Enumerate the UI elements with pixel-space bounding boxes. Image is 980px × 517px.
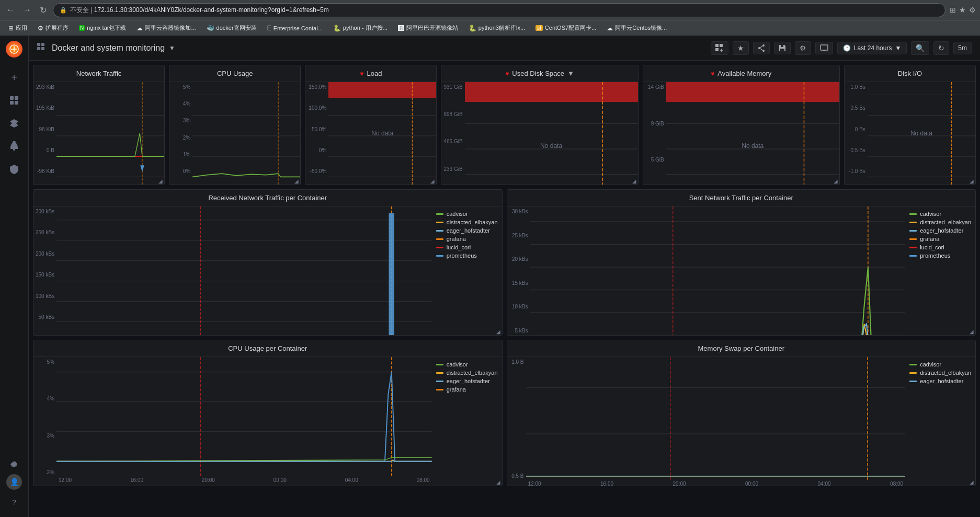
bookmark-python[interactable]: 🐍 python - 用户按... [329,23,392,33]
sent-legend-lucid: lucid_cori [909,244,971,250]
zoom-out-button[interactable]: 🔍 [911,41,929,55]
panel-network-traffic: Network Traffic 293 KiB 195 KiB 98 KiB 0… [33,65,165,185]
network-chart-area [56,82,164,185]
received-title-text: Received Network Traffic per Container [208,194,327,202]
refresh-button[interactable]: ↻ [933,41,949,55]
panel-sent-title: Sent Network Traffic per Container [689,194,793,202]
star-button[interactable]: ★ [733,41,749,55]
svg-rect-10 [37,47,40,50]
cpu-resize[interactable]: ◢ [293,177,300,185]
svg-point-18 [758,47,760,49]
svg-line-20 [760,46,762,48]
bookmark-apps[interactable]: ⊞ 应用 [4,23,31,33]
load-resize[interactable]: ◢ [429,177,436,185]
add-panel-button[interactable] [711,41,728,55]
sidebar-item-alerting[interactable] [4,136,25,157]
lucid-label: lucid_cori [447,244,471,250]
sidebar-item-explore[interactable] [4,113,25,134]
svg-rect-11 [41,47,44,50]
distracted-label: distracted_elbakyan [447,219,498,225]
sidebar: + [0,36,29,517]
svg-rect-8 [37,43,40,46]
diskio-resize[interactable]: ◢ [968,177,975,185]
sent-prometheus-label: prometheus [920,252,950,259]
bookmark-python-label: python - 用户按... [343,24,388,32]
svg-rect-5 [13,149,15,151]
dashboard-title[interactable]: Docker and system monitoring ▼ [52,43,175,53]
sidebar-item-dashboards[interactable] [4,90,25,111]
bookmark-nginx[interactable]: N nginx tar包下载 [75,23,130,33]
refresh-interval[interactable]: 5m [953,42,972,54]
cpu-container-x-axis: 12:00 16:00 20:00 00:00 04:00 08:00 [56,476,432,486]
sidebar-item-help[interactable]: ? [4,492,25,513]
panel-cpu-per-container: CPU Usage per Container 5% 4% 3% 2% [33,340,503,486]
bookmark-docker[interactable]: 🐳 docker官网安装 [202,23,261,33]
cpu-cadvisor-label: cadvisor [447,361,468,367]
translate-icon[interactable]: ⊞ [950,6,956,14]
settings-button[interactable]: ⚙ [795,41,811,55]
memory-resize[interactable]: ◢ [832,177,839,185]
panel-network-title: Network Traffic [76,70,121,77]
sent-eager-color [909,230,917,232]
url-bar[interactable]: 🔒 不安全 | 172.16.1.30:3000/d/4kANiY0Zk/doc… [53,3,945,17]
clock-icon: 🕐 [843,44,851,52]
bookmark-icon[interactable]: ★ [959,6,966,14]
received-resize[interactable]: ◢ [495,328,502,335]
svg-rect-3 [10,101,14,105]
bookmark-extensions[interactable]: ⚙ 扩展程序 [33,23,73,33]
sidebar-items: + [4,67,25,474]
save-button[interactable] [774,42,791,54]
bookmark-enterprise-label: Enterprise Contai... [274,25,323,31]
cpu-cadvisor-color [436,364,443,365]
user-avatar[interactable]: 👤 [6,474,22,490]
tv-mode-button[interactable] [815,42,833,54]
disk-dropdown[interactable]: ▼ [567,70,574,77]
svg-rect-60 [666,82,839,102]
cpu-container-resize[interactable]: ◢ [495,478,502,486]
memory-chart-area: No data [666,82,839,185]
swap-eager-color [909,381,917,382]
load-no-data: No data [371,130,393,137]
memory-swap-title-text: Memory Swap per Container [698,344,784,352]
share-button[interactable] [753,42,770,54]
diskio-chart-area: No data [868,82,975,185]
reload-button[interactable]: ↻ [38,4,49,16]
panel-network-header: Network Traffic [33,65,164,82]
memory-swap-resize[interactable]: ◢ [968,478,975,486]
received-y-axis: 300 kBs 250 kBs 200 kBs 150 kBs 100 kBs … [33,206,56,336]
back-button[interactable]: ← [4,4,17,16]
bookmark-aliyun2[interactable]: ☁ 阿里云Centos镜像... [602,23,671,33]
sidebar-item-add[interactable]: + [4,67,25,88]
python-icon: 🐍 [333,25,341,32]
network-resize[interactable]: ◢ [157,177,164,185]
memory-swap-legend: cadvisor distracted_elbakyan eager_hofst… [905,357,975,486]
time-range-button[interactable]: 🕐 Last 24 hours ▼ [837,42,907,54]
panel-row-2: Received Network Traffic per Container 3… [33,189,976,336]
svg-rect-22 [781,45,783,47]
sidebar-item-config[interactable] [4,453,25,474]
legend-cadvisor: cadvisor [436,211,498,217]
bookmark-centos[interactable]: sf CentOS7配置网卡... [531,23,600,33]
sidebar-bottom: 👤 ? [4,474,25,513]
panel-cpu-container-title: CPU Usage per Container [228,344,307,352]
sidebar-item-shield[interactable] [4,159,25,180]
bookmark-aliyun[interactable]: ☁ 阿里云容器镜像加... [132,23,200,33]
main-content: Docker and system monitoring ▼ ★ [29,36,980,517]
sent-distracted-color [909,222,917,223]
sent-chart-container: 12:00 16:00 20:00 00:00 04:00 08:00 [530,206,906,336]
sent-prometheus-color [909,255,917,257]
centos-icon: sf [535,25,543,31]
cpu-eager-color [436,381,443,382]
bookmark-alibaba[interactable]: 🅰 阿里巴巴开源镜像站 [394,23,462,33]
sent-legend-prometheus: prometheus [909,252,971,259]
disk-resize[interactable]: ◢ [631,177,638,185]
cpu-container-title-text: CPU Usage per Container [228,344,307,352]
extensions-icon[interactable]: ⚙ [969,6,976,14]
bookmark-python3[interactable]: 🐍 python3解析库lx... [464,23,529,33]
grafana-logo[interactable] [5,40,24,59]
bookmark-enterprise[interactable]: E Enterprise Contai... [263,24,327,33]
nginx-icon: N [79,25,85,31]
sent-resize[interactable]: ◢ [968,328,975,335]
forward-button[interactable]: → [21,4,33,16]
memory-heart-icon: ♥ [711,70,714,77]
